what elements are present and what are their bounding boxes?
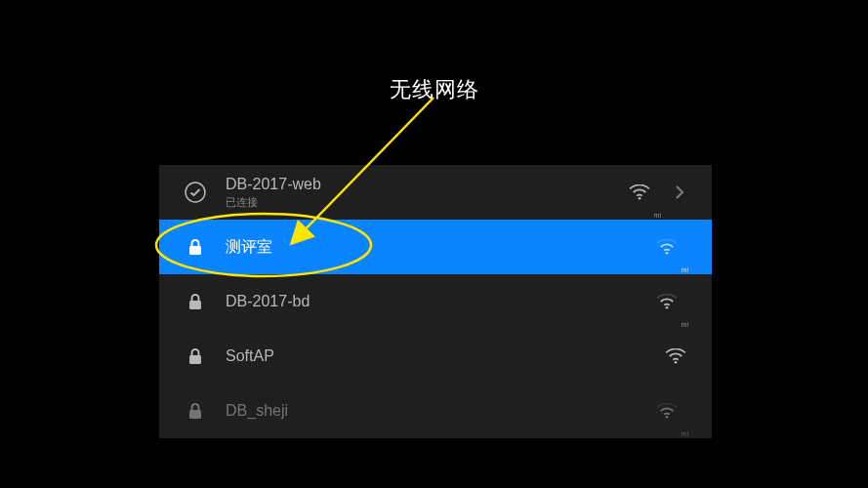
network-name: SoftAP — [226, 346, 663, 365]
svg-point-5 — [665, 306, 668, 309]
network-info: SoftAP — [226, 346, 663, 365]
page-title: 无线网络 — [390, 75, 479, 104]
check-icon — [183, 180, 208, 205]
wifi-brand: mi — [654, 212, 661, 219]
lock-icon — [183, 398, 208, 424]
wifi-brand: mi — [682, 266, 688, 273]
wifi-icon — [627, 183, 652, 202]
chevron-right-icon — [675, 185, 688, 199]
lock-icon — [183, 234, 208, 260]
wifi-icon — [663, 346, 688, 366]
svg-rect-4 — [189, 301, 201, 309]
svg-point-7 — [675, 361, 678, 364]
network-item[interactable]: SoftAP — [159, 329, 712, 384]
network-info: DB_sheji — [226, 401, 654, 420]
network-item-connected[interactable]: DB-2017-web 已连接 mi — [159, 165, 712, 220]
network-list: DB-2017-web 已连接 mi 测评室 mi DB-2017-bd — [159, 165, 712, 438]
network-item[interactable]: DB_sheji mi — [159, 384, 712, 438]
lock-icon — [183, 344, 208, 369]
svg-rect-8 — [189, 410, 201, 419]
wifi-icon — [654, 292, 680, 311]
network-info: 测评室 — [226, 237, 654, 256]
network-name: DB-2017-bd — [226, 292, 654, 310]
svg-rect-6 — [189, 355, 201, 364]
network-status: 已连接 — [226, 195, 627, 210]
wifi-icon — [654, 401, 680, 421]
svg-rect-2 — [189, 246, 201, 255]
network-name: DB-2017-web — [226, 175, 627, 193]
svg-point-9 — [665, 416, 668, 419]
wifi-brand: mi — [682, 430, 688, 437]
network-item-selected[interactable]: 测评室 mi — [159, 220, 712, 274]
svg-point-1 — [638, 197, 641, 200]
network-name: 测评室 — [226, 237, 654, 256]
network-info: DB-2017-bd — [226, 292, 654, 310]
wifi-brand: mi — [682, 321, 688, 328]
network-info: DB-2017-web 已连接 — [226, 175, 627, 210]
lock-icon — [183, 289, 208, 314]
svg-point-3 — [665, 252, 668, 255]
svg-point-0 — [186, 183, 205, 202]
wifi-icon — [654, 237, 680, 257]
network-item[interactable]: DB-2017-bd mi — [159, 274, 712, 329]
network-name: DB_sheji — [226, 401, 654, 420]
